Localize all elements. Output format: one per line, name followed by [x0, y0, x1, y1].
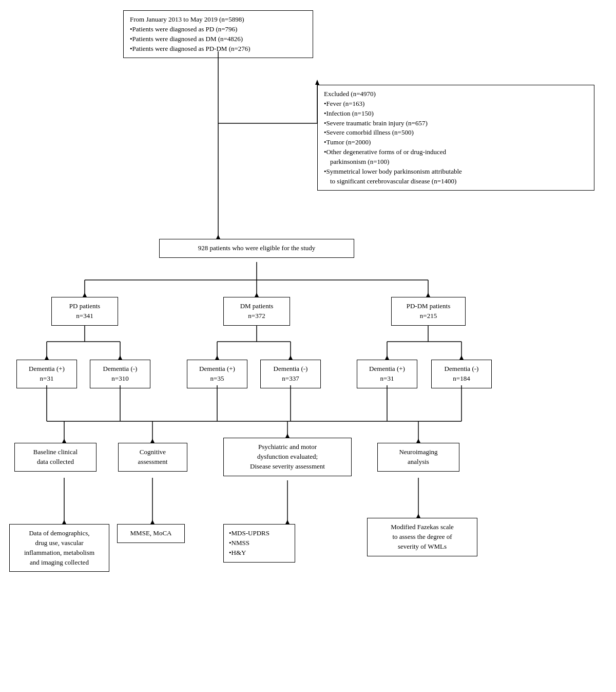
pddm-dem-neg-n: n=184 [453, 375, 470, 382]
flowchart-diagram: From January 2013 to May 2019 (n=5898) •… [0, 0, 616, 692]
demo-label3: inflammation, metabolism [24, 549, 94, 556]
dm-dem-pos-n: n=35 [210, 375, 224, 382]
svg-marker-45 [416, 439, 420, 443]
dm-box: DM patients n=372 [223, 297, 290, 326]
svg-marker-41 [150, 439, 155, 443]
mds-updrs: •MDS-UPDRS [229, 529, 270, 537]
fazekas-label2: to assess the degree of [392, 533, 452, 540]
svg-marker-51 [285, 520, 290, 524]
dm-label: DM patients [240, 302, 274, 310]
baseline-label: Baseline clinical [33, 448, 78, 456]
pddm-dem-neg: Dementia (-) n=184 [431, 360, 492, 388]
top-box-line3: •Patients were diagnosed as DM (n=4826) [130, 35, 243, 43]
psychiatric-box: Psychiatric and motor dysfunction evalua… [223, 438, 352, 476]
mds-hy: •H&Y [229, 549, 246, 556]
demo-label4: and imaging collected [30, 558, 89, 566]
psychiatric-label3: Disease severity assessment [250, 462, 325, 470]
svg-marker-8 [83, 293, 87, 297]
pd-dem-neg-label: Dementia (-) [103, 365, 138, 372]
psychiatric-label2: dysfunction evaluated; [257, 453, 318, 460]
baseline-label2: data collected [37, 458, 74, 465]
pddm-label: PD-DM patients [407, 302, 451, 310]
svg-marker-53 [416, 514, 420, 518]
dm-dem-neg-n: n=337 [282, 375, 299, 382]
fazekas-box: Modified Fazekas scale to assess the deg… [367, 518, 477, 556]
neuroimaging-label: Neuroimaging [399, 448, 437, 456]
svg-marker-24 [288, 356, 293, 360]
dm-dem-pos-label: Dementia (+) [199, 365, 235, 372]
pddm-dem-pos: Dementia (+) n=31 [357, 360, 417, 388]
mds-nmss: •NMSS [229, 539, 249, 547]
demographics-box: Data of demographics, drug use, vascular… [9, 524, 109, 572]
mmse-box: MMSE, MoCA [117, 524, 185, 543]
pd-label: PD patients [69, 302, 100, 310]
excluded-comorbid: •Severe comorbid illness (n=500) [324, 128, 414, 136]
svg-marker-3 [315, 80, 319, 85]
fazekas-label3: severity of WMLs [398, 543, 447, 550]
svg-marker-10 [255, 293, 259, 297]
svg-marker-49 [150, 520, 155, 524]
pd-dem-neg-n: n=310 [111, 375, 128, 382]
pd-dem-pos-label: Dementia (+) [29, 365, 65, 372]
top-box-line4: •Patients were diagnosed as PD-DM (n=276… [130, 45, 251, 52]
cognitive-label2: assessment [138, 458, 168, 465]
top-box: From January 2013 to May 2019 (n=5898) •… [123, 10, 313, 58]
svg-marker-22 [215, 356, 219, 360]
excluded-degenerative2: parkinsonism (n=100) [324, 158, 389, 165]
cognitive-label: Cognitive [140, 448, 166, 456]
excluded-symmetrical: •Symmetrical lower body parkinsonism att… [324, 167, 462, 175]
excluded-infection: •Infection (n=150) [324, 109, 374, 117]
svg-marker-18 [118, 356, 122, 360]
excluded-degenerative: •Other degenerative forms of or drug-ind… [324, 148, 446, 156]
svg-marker-43 [285, 434, 290, 438]
svg-marker-4 [216, 235, 220, 239]
excluded-tumor: •Tumor (n=2000) [324, 138, 371, 146]
excluded-symmetrical2: to significant cerebrovascular disease (… [324, 177, 456, 185]
pddm-dem-pos-label: Dementia (+) [369, 365, 405, 372]
pddm-dem-neg-label: Dementia (-) [445, 365, 479, 372]
excluded-tbi: •Severe traumatic brain injury (n=657) [324, 119, 428, 127]
svg-marker-28 [385, 356, 389, 360]
pd-dem-neg: Dementia (-) n=310 [90, 360, 150, 388]
fazekas-label: Modified Fazekas scale [391, 523, 454, 531]
pddm-n: n=215 [420, 312, 437, 320]
svg-marker-39 [62, 439, 66, 443]
eligible-text: 928 patients who were eligible for the s… [198, 244, 316, 252]
pd-dem-pos-n: n=31 [40, 375, 54, 382]
excluded-fever: •Fever (n=163) [324, 100, 364, 107]
baseline-box: Baseline clinical data collected [14, 443, 97, 472]
top-box-line1: From January 2013 to May 2019 (n=5898) [130, 15, 244, 23]
cognitive-box: Cognitive assessment [118, 443, 187, 472]
pd-dem-pos: Dementia (+) n=31 [16, 360, 77, 388]
neuroimaging-box: Neuroimaging analysis [377, 443, 459, 472]
excluded-title: Excluded (n=4970) [324, 90, 376, 98]
dm-dem-neg-label: Dementia (-) [274, 365, 308, 372]
dm-n: n=372 [248, 312, 265, 320]
pd-box: PD patients n=341 [51, 297, 118, 326]
mds-box: •MDS-UPDRS •NMSS •H&Y [223, 524, 295, 563]
pddm-box: PD-DM patients n=215 [391, 297, 466, 326]
dm-dem-neg: Dementia (-) n=337 [260, 360, 321, 388]
demo-label: Data of demographics, [29, 529, 89, 537]
svg-marker-47 [62, 520, 66, 524]
demo-label2: drug use, vascular [35, 539, 83, 547]
top-box-line2: •Patients were diagnosed as PD (n=796) [130, 25, 237, 33]
mmse-label: MMSE, MoCA [130, 529, 172, 537]
pd-n: n=341 [76, 312, 93, 320]
psychiatric-label: Psychiatric and motor [258, 443, 317, 451]
dm-dem-pos: Dementia (+) n=35 [187, 360, 247, 388]
eligible-box: 928 patients who were eligible for the s… [159, 239, 354, 258]
svg-marker-30 [459, 356, 464, 360]
pddm-dem-pos-n: n=31 [380, 375, 394, 382]
svg-marker-16 [45, 356, 49, 360]
excluded-box: Excluded (n=4970) •Fever (n=163) •Infect… [317, 85, 594, 191]
neuroimaging-label2: analysis [408, 458, 429, 465]
svg-marker-12 [426, 293, 430, 297]
